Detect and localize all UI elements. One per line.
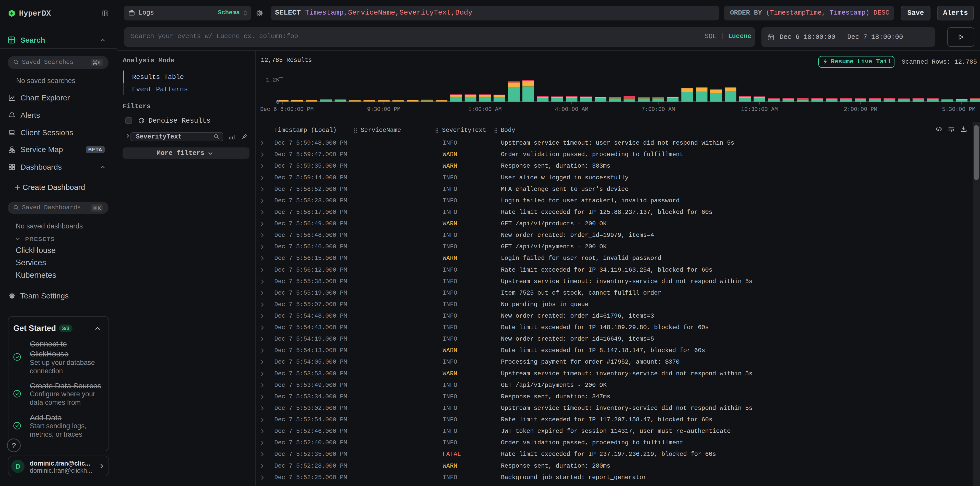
svg-text:1.2K: 1.2K (266, 77, 280, 83)
svg-text:0: 0 (276, 99, 279, 105)
svg-text:1:00:00 AM: 1:00:00 AM (468, 106, 502, 113)
svg-text:7:00:00 AM: 7:00:00 AM (642, 106, 675, 113)
svg-text:Dec 6 6:00:00 PM: Dec 6 6:00:00 PM (260, 106, 313, 113)
svg-text:5:30:00 PM: 5:30:00 PM (942, 106, 975, 113)
svg-text:2:00:00 PM: 2:00:00 PM (844, 106, 877, 113)
svg-text:4:00:00 AM: 4:00:00 AM (555, 106, 588, 113)
svg-text:9:30:00 PM: 9:30:00 PM (367, 106, 401, 113)
svg-text:10:30:00 AM: 10:30:00 AM (741, 106, 778, 113)
